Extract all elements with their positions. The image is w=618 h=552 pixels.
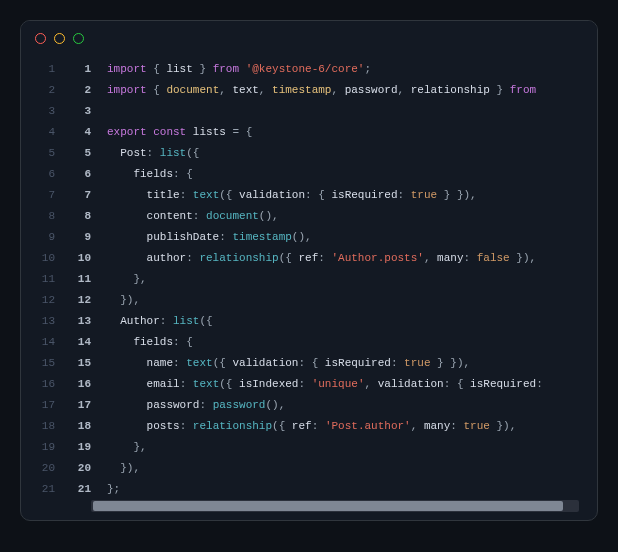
inner-line-number: 13: [65, 311, 101, 332]
inner-line-number: 18: [65, 416, 101, 437]
inner-line-number: 6: [65, 164, 101, 185]
inner-line-number: 15: [65, 353, 101, 374]
inner-line-number: 7: [65, 185, 101, 206]
outer-line-number: 1: [21, 59, 65, 80]
inner-line-number: 9: [65, 227, 101, 248]
outer-line-number: 21: [21, 479, 65, 500]
code-line: name: text({ validation: { isRequired: t…: [101, 353, 597, 374]
outer-line-number: 15: [21, 353, 65, 374]
code-line: [101, 101, 597, 122]
inner-line-number: 10: [65, 248, 101, 269]
outer-line-number: 9: [21, 227, 65, 248]
code-line: }),: [101, 458, 597, 479]
inner-line-number: 11: [65, 269, 101, 290]
inner-line-gutter: 123456789101112131415161718192021: [65, 59, 101, 500]
outer-line-number: 17: [21, 395, 65, 416]
code-content[interactable]: import { list } from '@keystone-6/core';…: [101, 59, 597, 500]
outer-line-number: 13: [21, 311, 65, 332]
outer-line-number: 11: [21, 269, 65, 290]
code-line: };: [101, 479, 597, 500]
close-icon[interactable]: [35, 33, 46, 44]
maximize-icon[interactable]: [73, 33, 84, 44]
outer-line-number: 18: [21, 416, 65, 437]
inner-line-number: 4: [65, 122, 101, 143]
code-line: Post: list({: [101, 143, 597, 164]
inner-line-number: 21: [65, 479, 101, 500]
inner-line-number: 8: [65, 206, 101, 227]
code-line: },: [101, 437, 597, 458]
outer-line-gutter: 123456789101112131415161718192021: [21, 59, 65, 500]
code-line: Author: list({: [101, 311, 597, 332]
outer-line-number: 8: [21, 206, 65, 227]
outer-line-number: 3: [21, 101, 65, 122]
outer-line-number: 5: [21, 143, 65, 164]
code-line: password: password(),: [101, 395, 597, 416]
outer-line-number: 12: [21, 290, 65, 311]
code-line: email: text({ isIndexed: 'unique', valid…: [101, 374, 597, 395]
inner-line-number: 2: [65, 80, 101, 101]
outer-line-number: 4: [21, 122, 65, 143]
code-line: publishDate: timestamp(),: [101, 227, 597, 248]
code-line: import { document, text, timestamp, pass…: [101, 80, 597, 101]
outer-line-number: 16: [21, 374, 65, 395]
code-line: posts: relationship({ ref: 'Post.author'…: [101, 416, 597, 437]
outer-line-number: 19: [21, 437, 65, 458]
inner-line-number: 1: [65, 59, 101, 80]
inner-line-number: 19: [65, 437, 101, 458]
outer-line-number: 14: [21, 332, 65, 353]
outer-line-number: 10: [21, 248, 65, 269]
inner-line-number: 14: [65, 332, 101, 353]
outer-line-number: 7: [21, 185, 65, 206]
inner-line-number: 16: [65, 374, 101, 395]
code-line: }),: [101, 290, 597, 311]
code-line: author: relationship({ ref: 'Author.post…: [101, 248, 597, 269]
code-area: 123456789101112131415161718192021 123456…: [21, 55, 597, 500]
inner-line-number: 17: [65, 395, 101, 416]
outer-line-number: 20: [21, 458, 65, 479]
code-line: title: text({ validation: { isRequired: …: [101, 185, 597, 206]
code-line: fields: {: [101, 332, 597, 353]
minimize-icon[interactable]: [54, 33, 65, 44]
code-line: content: document(),: [101, 206, 597, 227]
outer-line-number: 6: [21, 164, 65, 185]
horizontal-scrollbar-thumb[interactable]: [93, 501, 563, 511]
inner-line-number: 5: [65, 143, 101, 164]
code-line: export const lists = {: [101, 122, 597, 143]
code-line: import { list } from '@keystone-6/core';: [101, 59, 597, 80]
code-line: fields: {: [101, 164, 597, 185]
code-window: 123456789101112131415161718192021 123456…: [20, 20, 598, 521]
window-titlebar: [21, 21, 597, 55]
outer-line-number: 2: [21, 80, 65, 101]
horizontal-scrollbar-track[interactable]: [91, 500, 579, 512]
inner-line-number: 12: [65, 290, 101, 311]
code-line: },: [101, 269, 597, 290]
inner-line-number: 3: [65, 101, 101, 122]
inner-line-number: 20: [65, 458, 101, 479]
